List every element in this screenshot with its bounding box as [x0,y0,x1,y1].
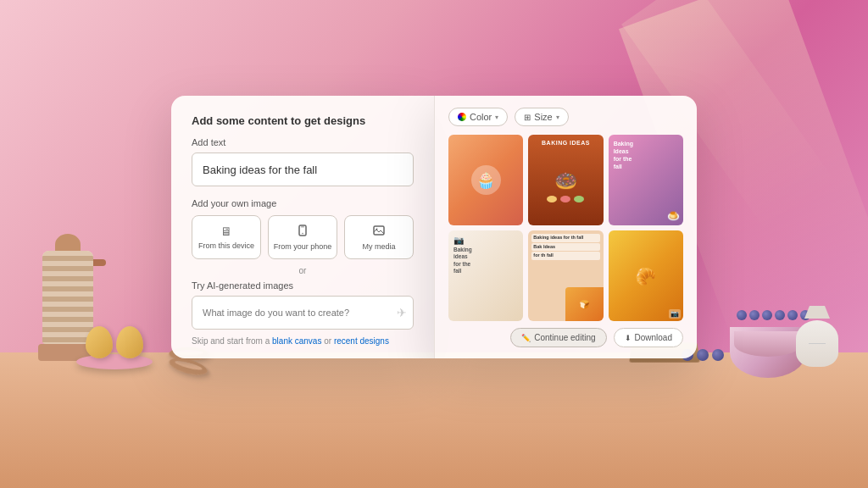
design-card-3[interactable]: BakingIdeasfor thefall 🍮 [609,135,683,225]
design-grid: 🧁 BAKING IDEAS 🍩 BakingIdeasfor thefall … [448,135,683,321]
bowl-icon: 🍮 [667,210,680,222]
blank-canvas-link[interactable]: blank canvas [272,336,321,346]
design-card-6[interactable]: 🥐 📷 [609,230,683,321]
plate [76,354,153,369]
card-4-camera-icon: 📷 [453,236,472,245]
recent-designs-link[interactable]: recent designs [334,336,389,346]
or-text: or [324,336,334,346]
cupcake-icon: 🧁 [471,165,501,195]
ai-input-wrapper: ✈ [192,296,414,330]
upload-device-label: From this device [198,241,254,250]
macaron-tower-icon: 🍩 [554,170,577,192]
design-card-5[interactable]: Baking ideas for th fall Bak Ideas for t… [528,230,603,321]
card-5-text-1: Baking ideas for th fall [531,234,599,242]
color-circle-icon [458,113,466,121]
color-chevron-icon: ▾ [495,114,498,121]
macaron-yellow [547,196,557,202]
upload-phone-label: From your phone [274,242,332,251]
phone-icon [297,225,309,239]
bowl-inside [734,331,802,357]
macaron-pink [560,196,570,202]
card-4-content: 📷 Bakingideasfor thefall [453,236,472,275]
card-4-text: Bakingideasfor thefall [453,247,472,275]
timer-body [796,320,838,367]
loose-blueberry-2 [697,349,709,361]
card-3-text: BakingIdeasfor thefall [614,140,678,170]
blueberry-4 [775,310,785,320]
continue-editing-label: Continue editing [534,333,595,342]
action-bar: ✏️ Continue editing ⬇ Download [448,328,683,347]
upload-from-device-button[interactable]: 🖥 From this device [192,215,261,259]
macaron-green [574,196,584,202]
upload-buttons-group: 🖥 From this device From your phone [192,215,414,259]
main-ui-container: Add some content to get designs Add text… [171,96,697,358]
egg-2 [116,326,143,358]
card-5-food-icon: 🍞 [579,300,589,309]
image-section-label: Add your own image [192,198,414,208]
ai-input-field[interactable] [192,296,414,330]
ai-section-label: Try AI-generated images [192,280,414,291]
color-filter-label: Color [470,112,492,122]
svg-point-1 [302,232,303,233]
size-filter-button[interactable]: ⊞ Size ▾ [515,108,568,126]
design-card-1[interactable]: 🧁 [448,135,523,225]
card-5-text-3: for th fall [531,252,599,260]
size-filter-label: Size [534,112,552,122]
loose-blueberry-3 [712,349,724,361]
egg-1 [86,326,113,358]
size-chevron-icon: ▾ [556,114,559,121]
right-panel: Color ▾ ⊞ Size ▾ 🧁 BAKING IDEAS 🍩 [434,96,697,358]
color-filter-button[interactable]: Color ▾ [448,108,508,126]
filter-bar: Color ▾ ⊞ Size ▾ [448,108,683,126]
skip-text: Skip and start from a blank canvas or re… [192,336,414,346]
food-display-icon: 🥐 [635,266,656,286]
kitchen-timer [796,306,838,365]
text-input-value: Baking ideas for the fall [203,164,317,176]
macaron-row [547,196,584,202]
left-panel: Add some content to get designs Add text… [171,96,434,358]
download-icon: ⬇ [625,334,632,342]
monitor-icon: 🖥 [220,225,232,238]
upload-media-label: My media [362,242,395,251]
blueberry-2 [749,310,760,320]
card-5-text-2: Bak Ideas [531,243,599,252]
blueberry-1 [737,310,747,320]
continue-editing-button[interactable]: ✏️ Continue editing [510,328,606,347]
text-section-label: Add text [192,137,414,147]
skip-label: Skip and start from a [192,336,272,346]
bowl-body [730,327,806,378]
timer-top [804,306,830,319]
upload-my-media-button[interactable]: My media [344,215,414,259]
design-card-2[interactable]: BAKING IDEAS 🍩 [528,135,603,225]
card-5-orange-section: 🍞 [565,287,604,321]
size-icon: ⊞ [524,113,531,122]
download-button[interactable]: ⬇ Download [614,328,683,347]
blueberry-3 [762,310,772,320]
svg-rect-2 [301,226,304,227]
design-card-4[interactable]: 📷 Bakingideasfor thefall [448,230,523,321]
card-2-title: BAKING IDEAS [528,140,603,146]
panel-title: Add some content to get designs [192,114,414,127]
image-icon [373,225,385,239]
egg-plate [76,326,153,369]
download-label: Download [635,333,672,342]
edit-icon: ✏️ [521,334,531,342]
card-6-badge: 📷 [669,309,681,319]
upload-from-phone-button[interactable]: From your phone [268,215,337,259]
text-input-field[interactable]: Baking ideas for the fall [192,152,414,186]
or-divider: or [192,266,414,275]
